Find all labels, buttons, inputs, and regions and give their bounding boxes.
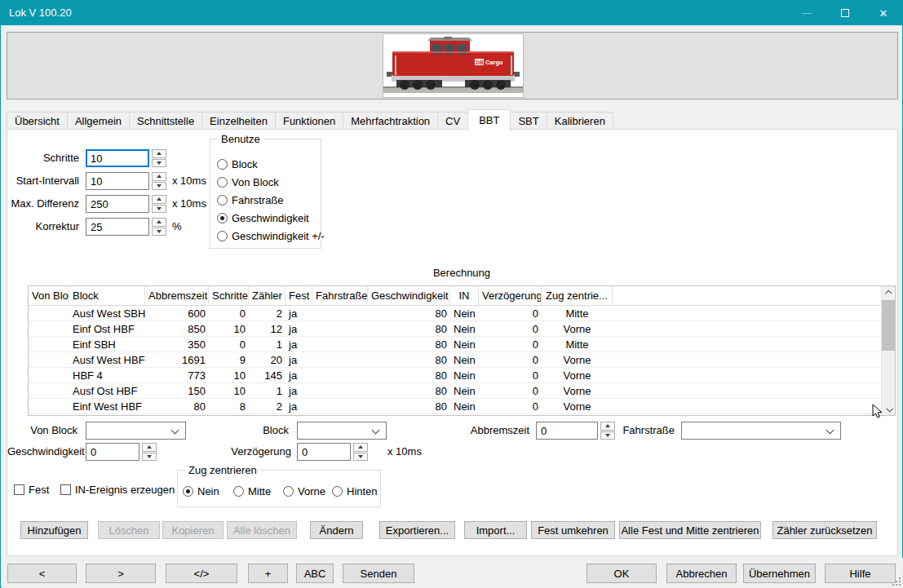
table-row[interactable]: HBF 4 773 10 145 ja 80 Nein 0 Vorne [29,368,881,383]
loeschen-button[interactable]: Löschen [98,521,160,539]
korrektur-input[interactable] [86,218,149,236]
col-verzoegerung[interactable]: Verzögerung [479,286,542,305]
zaehler-zuruecksetzen-button[interactable]: Zähler zurücksetzen [772,521,877,539]
start-intervall-input[interactable] [86,172,149,190]
hilfe-button[interactable]: Hilfe [825,564,896,583]
max-differenz-spin-down[interactable] [152,205,166,214]
schritte-input[interactable] [86,149,149,167]
table-row[interactable]: Einf Ost HBF 850 10 12 ja 80 Nein 0 Vorn… [29,321,881,337]
max-differenz-spin-up[interactable] [152,195,166,204]
tab-mehrfachtraktion[interactable]: Mehrfachtraktion [343,112,438,130]
start-intervall-spin-down[interactable] [152,182,166,191]
tab-bbt[interactable]: BBT [467,109,511,131]
table-cell: Ausf West HBF [69,352,145,367]
tab-einzelheiten[interactable]: Einzelheiten [201,112,276,130]
kopieren-button[interactable]: Kopieren [162,521,224,539]
max-differenz-unit: x 10ms [172,195,206,213]
fest-checkbox[interactable]: Fest [14,483,49,496]
col-block[interactable]: Block [69,286,145,305]
verzoegerung-input[interactable] [297,443,351,461]
col-schritte[interactable]: Schritte [209,286,249,305]
geschwindigkeit-spin-up[interactable] [142,443,157,452]
start-intervall-spin-up[interactable] [152,172,166,181]
von-block-combobox[interactable] [86,422,186,440]
schritte-spin-down[interactable] [152,159,166,168]
ok-button[interactable]: OK [587,564,657,583]
radio-icon [332,486,343,497]
col-geschwindigkeit[interactable]: Geschwindigkeit [368,286,450,305]
aendern-button[interactable]: Ändern [310,521,363,539]
verzoegerung-spin-down[interactable] [353,453,368,462]
max-differenz-input[interactable] [86,195,149,213]
geschwindigkeit-input[interactable] [86,443,139,461]
abc-button[interactable]: ABC [296,564,334,583]
radio-block[interactable]: Block [217,157,258,170]
table-row[interactable]: Ausf Ost HBF 150 10 1 ja 80 Nein 0 Vorne [29,383,881,399]
up-arrow-icon [157,152,162,155]
senden-button[interactable]: Senden [343,564,414,583]
alle-loeschen-button[interactable]: Alle löschen [227,521,297,539]
block-combobox[interactable] [297,422,387,440]
col-in[interactable]: IN [450,286,479,305]
code-button[interactable]: </> [166,564,237,583]
table-row[interactable]: Einf SBH 350 0 1 ja 80 Nein 0 Mitte [29,337,881,352]
tab-funktionen[interactable]: Funktionen [275,112,343,130]
radio-nein[interactable]: Nein [183,484,219,497]
scroll-down-button[interactable] [882,403,896,415]
table-cell: 0 [479,321,542,336]
col-abbremszeit[interactable]: Abbremszeit [145,286,209,305]
radio-mitte[interactable]: Mitte [233,484,271,497]
radio-label: Vorne [298,485,325,497]
korrektur-spin-down[interactable] [152,228,166,237]
radio-von-block[interactable]: Von Block [217,175,279,188]
geschwindigkeit-spin-down[interactable] [142,453,157,462]
fahrstrasse-combobox[interactable] [681,422,841,440]
radio-fahrstrasse[interactable]: Fahrstraße [217,193,284,206]
minimize-button[interactable] [788,1,826,25]
table-row[interactable]: Einf West HBF 80 8 2 ja 80 Nein 0 Vorne [29,399,881,414]
uebernehmen-button[interactable]: Übernehmen [743,564,816,583]
maximize-button[interactable] [826,1,864,25]
col-fahrstrasse[interactable]: Fahrstraße [312,286,368,305]
plus-button[interactable]: + [248,564,288,583]
resize-grip[interactable] [899,584,901,586]
in-ereignis-checkbox[interactable]: IN-Ereignis erzeugen [60,483,175,496]
abbrechen-button[interactable]: Abbrechen [666,564,737,583]
table-cell: Mitte [542,306,613,321]
korrektur-spin-up[interactable] [152,218,166,227]
radio-geschwindigkeit-plusminus[interactable]: Geschwindigkeit +/- [217,229,325,242]
chevron-down-icon [372,427,380,435]
table-header[interactable]: Von Block Block Abbremszeit Schritte Zäh… [29,286,881,306]
tab-schnittstelle[interactable]: Schnittstelle [129,112,202,130]
alle-fest-mitte-zentrieren-button[interactable]: Alle Fest und Mitte zentrieren [619,521,761,539]
col-zaehler[interactable]: Zähler [249,286,286,305]
import-button[interactable]: Import... [464,521,527,539]
table-vscrollbar[interactable] [881,286,895,415]
radio-vorne[interactable]: Vorne [283,484,325,497]
table-row[interactable]: Ausf West HBF 1691 9 20 ja 80 Nein 0 Vor… [29,352,881,368]
tab-allgemein[interactable]: Allgemein [67,112,130,130]
radio-hinten[interactable]: Hinten [332,484,378,497]
radio-geschwindigkeit[interactable]: Geschwindigkeit [217,211,309,224]
schritte-spin-up[interactable] [152,149,166,158]
tab-cv[interactable]: CV [437,112,468,130]
exportieren-button[interactable]: Exportieren... [379,521,455,539]
title-bar[interactable]: Lok V 100.20 ✕ [1,1,902,25]
close-button[interactable]: ✕ [865,1,902,25]
chevron-down-icon [886,405,892,412]
tab-uebersicht[interactable]: Übersicht [7,112,68,130]
prev-button[interactable]: < [7,564,77,583]
scrollbar-thumb[interactable] [882,300,896,351]
col-fest[interactable]: Fest [286,286,312,305]
abbremszeit-input[interactable] [536,422,598,440]
next-button[interactable]: > [86,564,156,583]
verzoegerung-spin-up[interactable] [353,443,368,452]
tab-kalibrieren[interactable]: Kalibrieren [547,112,613,130]
col-zug-zentrieren[interactable]: Zug zentrie... [542,286,613,305]
scroll-up-button[interactable] [882,286,896,298]
col-von-block[interactable]: Von Block [29,286,69,305]
hinzufuegen-button[interactable]: Hinzufügen [20,521,88,539]
table-row[interactable]: Ausf West SBH 600 0 2 ja 80 Nein 0 Mitte [29,306,881,321]
fest-umkehren-button[interactable]: Fest umkehren [531,521,615,539]
tab-sbt[interactable]: SBT [510,112,547,130]
